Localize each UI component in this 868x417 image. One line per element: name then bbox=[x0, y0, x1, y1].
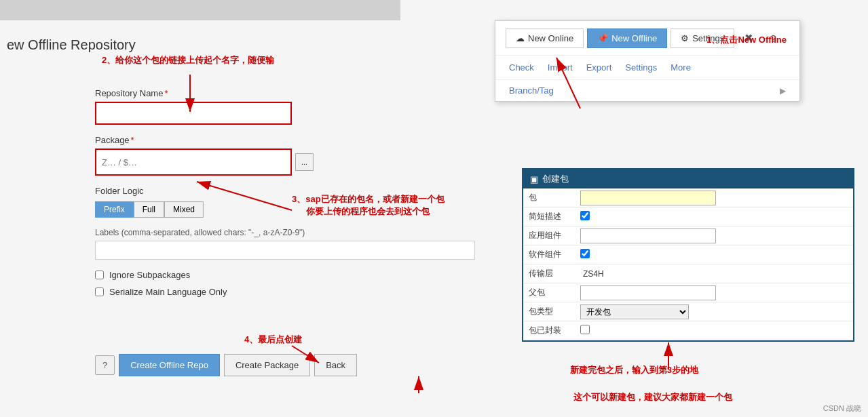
dialog-label-swcomp: 软件组件 bbox=[523, 246, 578, 263]
dialog-parent-input[interactable] bbox=[580, 285, 716, 300]
serialize-main-row: Serialize Main Language Only bbox=[95, 287, 366, 297]
dialog-pkgtype-select[interactable]: 开发包 主包 结构包 bbox=[580, 304, 689, 319]
dialog-desc-checkbox[interactable] bbox=[580, 211, 590, 220]
dialog-label-transport: 传输层 bbox=[523, 265, 578, 282]
package-input[interactable] bbox=[95, 148, 292, 176]
dialog-row-parent: 父包 bbox=[523, 283, 853, 302]
dialog-title-bar: ▣ 创建包 bbox=[523, 170, 853, 188]
dialog-row-swcomp: 软件组件 bbox=[523, 245, 853, 264]
folder-mixed-button[interactable]: Mixed bbox=[164, 201, 204, 218]
pin-icon: 📌 bbox=[597, 33, 608, 43]
dialog-row-appcomp: 应用组件 bbox=[523, 226, 853, 245]
dialog-body: 包 简短描述 应用组件 软件组件 传输层 bbox=[523, 188, 853, 340]
dialog-value-appcomp bbox=[578, 227, 853, 245]
dialog-row-package: 包 bbox=[523, 188, 853, 207]
nav-arrow-icon: ▶ bbox=[780, 86, 786, 96]
repo-name-label: Repository Name* bbox=[95, 88, 366, 98]
step2-annotation: 2、给你这个包的链接上传起个名字，随便输 bbox=[102, 54, 274, 66]
gear-icon-nav: ⚙ bbox=[681, 33, 689, 43]
step3-line1: 3、sap已存在的包名，或者新建一个包 bbox=[292, 193, 445, 205]
dialog-value-transport: ZS4H bbox=[578, 267, 853, 280]
repo-name-input[interactable] bbox=[95, 102, 292, 125]
dialog-row-desc: 简短描述 bbox=[523, 207, 853, 226]
new-offline-button[interactable]: 📌 New Offline bbox=[587, 28, 667, 48]
nav-export-link[interactable]: Export bbox=[586, 62, 612, 73]
create-package-button[interactable]: Create Package bbox=[224, 354, 310, 376]
dialog-label-appcomp: 应用组件 bbox=[523, 227, 578, 244]
step3-annotation: 3、sap已存在的包名，或者新建一个包 你要上传的程序也会去到这个包 bbox=[292, 193, 445, 218]
labels-input[interactable] bbox=[95, 241, 475, 260]
dialog-label-sealed: 包已封装 bbox=[523, 322, 578, 339]
dialog-label-package: 包 bbox=[523, 189, 578, 206]
ignore-subpackages-row: Ignore Subpackages bbox=[95, 270, 366, 280]
package-group: Package* ... bbox=[95, 135, 366, 176]
serialize-main-checkbox[interactable] bbox=[95, 287, 104, 296]
nav-dropdown: ☁ New Online 📌 New Offline ⚙ Settings ✖ … bbox=[495, 20, 800, 102]
dialog-value-pkgtype: 开发包 主包 结构包 bbox=[578, 303, 853, 321]
dialog-label-desc: 简短描述 bbox=[523, 208, 578, 225]
dialog-title-icon: ▣ bbox=[530, 174, 538, 184]
nav-import-link[interactable]: Import bbox=[548, 62, 573, 73]
cloud-icon: ☁ bbox=[516, 33, 525, 43]
new-pkg-annotation: 新建完包之后，输入到第3步的地 bbox=[570, 364, 698, 376]
dialog-label-parent: 父包 bbox=[523, 284, 578, 301]
dialog-value-sealed bbox=[578, 323, 853, 338]
dialog-row-pkgtype: 包类型 开发包 主包 结构包 bbox=[523, 302, 853, 321]
step4-annotation: 4、最后点创建 bbox=[244, 334, 302, 346]
nav-second-row: Check Import Export Settings More bbox=[495, 56, 799, 80]
new-offline-label: New Offline bbox=[611, 33, 657, 43]
nav-more-link[interactable]: More bbox=[671, 62, 691, 73]
ignore-subpackages-checkbox[interactable] bbox=[95, 271, 104, 279]
labels-label: Labels (comma-separated, allowed chars: … bbox=[95, 228, 366, 237]
dialog-value-desc bbox=[578, 210, 853, 224]
package-label: Package* bbox=[95, 135, 366, 145]
dialog-value-swcomp bbox=[578, 247, 853, 262]
dialog-transport-value: ZS4H bbox=[580, 268, 607, 280]
dialog-swcomp-checkbox[interactable] bbox=[580, 249, 590, 258]
dialog-label-pkgtype: 包类型 bbox=[523, 303, 578, 320]
new-online-button[interactable]: ☁ New Online bbox=[506, 28, 584, 48]
help-button[interactable]: ? bbox=[95, 355, 115, 375]
package-required: * bbox=[131, 135, 134, 145]
action-buttons: ? Create Offline Repo Create Package Bac… bbox=[95, 354, 357, 376]
top-bar bbox=[0, 0, 400, 20]
package-label-text: Package bbox=[95, 135, 130, 145]
dialog-value-package bbox=[578, 189, 853, 207]
csdn-watermark: CSDN 战晓 bbox=[823, 403, 861, 414]
step1-annotation: 1、点击New Offline bbox=[706, 34, 787, 46]
create-offline-repo-button[interactable]: Create Offline Repo bbox=[119, 354, 220, 376]
package-more-button[interactable]: ... bbox=[295, 153, 314, 171]
dialog-appcomp-input[interactable] bbox=[580, 229, 716, 243]
serialize-main-label: Serialize Main Language Only bbox=[109, 287, 227, 297]
dialog-row-sealed: 包已封装 bbox=[523, 321, 853, 340]
nav-third-row: Branch/Tag ▶ bbox=[495, 80, 799, 101]
ignore-subpackages-label: Ignore Subpackages bbox=[109, 270, 190, 280]
dialog-sealed-checkbox[interactable] bbox=[580, 325, 590, 334]
labels-group: Labels (comma-separated, allowed chars: … bbox=[95, 228, 366, 260]
folder-full-button[interactable]: Full bbox=[134, 201, 164, 218]
repo-name-group: Repository Name* bbox=[95, 88, 366, 125]
nav-settings-link[interactable]: Settings bbox=[625, 62, 657, 73]
nav-branch-tag-link[interactable]: Branch/Tag bbox=[509, 85, 554, 96]
dialog-title-text: 创建包 bbox=[542, 173, 569, 185]
bottom-annotation: 这个可以新建包，建议大家都新建一个包 bbox=[573, 391, 732, 403]
dialog-package-input[interactable] bbox=[580, 191, 716, 205]
folder-prefix-button[interactable]: Prefix bbox=[95, 201, 134, 218]
step3-line2: 你要上传的程序也会去到这个包 bbox=[292, 205, 445, 218]
repo-name-label-text: Repository Name bbox=[95, 88, 163, 98]
dialog-row-transport: 传输层 ZS4H bbox=[523, 264, 853, 283]
nav-check-link[interactable]: Check bbox=[509, 62, 534, 73]
new-online-label: New Online bbox=[528, 33, 573, 43]
page-title: ew Offline Repository bbox=[7, 37, 136, 53]
repo-name-required: * bbox=[164, 88, 168, 98]
back-button[interactable]: Back bbox=[314, 354, 357, 376]
create-package-dialog: ▣ 创建包 包 简短描述 应用组件 软件组件 bbox=[522, 168, 854, 342]
dialog-value-parent bbox=[578, 284, 853, 302]
